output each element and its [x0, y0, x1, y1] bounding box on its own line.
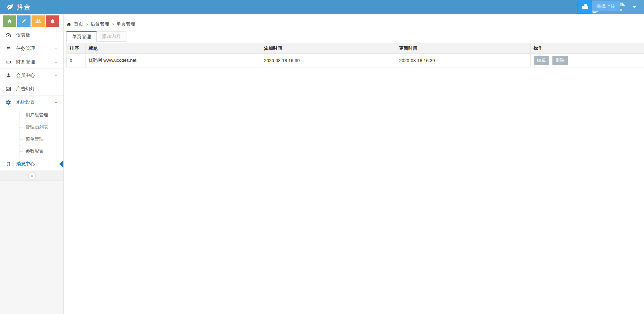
sidebar: 仪表板 任务管理 财务管理 会员中心 — [0, 14, 64, 314]
tab-single-page-management[interactable]: 单页管理 — [66, 31, 97, 42]
sidebar-subitem-label: 用户组管理 — [25, 112, 48, 118]
drag-upload-label[interactable]: 拖拽上传 — [592, 1, 620, 11]
column-header-title: 标题 — [86, 43, 261, 54]
tab-bar: 单页管理 添加内容 — [66, 31, 644, 42]
sidebar-shortcuts — [0, 14, 63, 29]
breadcrumb-separator: > — [112, 22, 114, 27]
image-icon — [5, 86, 12, 92]
sidebar-item-finance[interactable]: 财务管理 — [0, 55, 63, 69]
cell-created-at: 2020-08-18 16:39 — [261, 54, 396, 67]
sidebar-collapse-band: « — [0, 171, 63, 181]
table-row: 0 优码网 www.ucodes.net 2020-08-18 16:39 20… — [67, 54, 644, 67]
users-icon — [35, 18, 41, 24]
delete-button[interactable]: 删除 — [552, 56, 568, 65]
sidebar-item-ad-slides[interactable]: 广告幻灯 — [0, 82, 63, 96]
sidebar-item-system-settings[interactable]: 系统设置 — [0, 96, 63, 109]
chevron-down-icon — [54, 73, 58, 77]
sidebar-item-dashboard[interactable]: 仪表板 — [0, 29, 63, 42]
drive-icon — [5, 59, 12, 65]
breadcrumb-separator: > — [86, 22, 88, 27]
home-icon — [66, 22, 71, 27]
top-header-bar: 抖金 欢迎光临, admin — [0, 0, 644, 14]
leaf-icon — [7, 3, 14, 11]
table-header-row: 排序 标题 添加时间 更新时间 操作 — [67, 43, 644, 54]
chevron-down-icon — [54, 47, 58, 51]
sidebar-collapse-button[interactable]: « — [28, 172, 36, 179]
breadcrumb-item-current: 单页管理 — [116, 21, 135, 27]
cell-actions: 编辑 删除 — [531, 54, 644, 67]
sidebar-item-tasks[interactable]: 任务管理 — [0, 42, 63, 55]
sidebar-subitem-parameter-config[interactable]: 参数配置 — [0, 145, 63, 157]
cell-title: 优码网 www.ucodes.net — [86, 54, 261, 67]
sidebar-item-label: 任务管理 — [16, 46, 35, 52]
sidebar-filler — [0, 181, 63, 314]
column-header-updated-at: 更新时间 — [396, 43, 531, 54]
share-cloud-icon[interactable] — [578, 0, 592, 13]
sidebar-subitem-label: 管理员列表 — [25, 124, 48, 130]
caret-down-icon — [632, 6, 636, 8]
chevron-down-icon — [54, 100, 58, 104]
column-header-actions: 操作 — [531, 43, 644, 54]
gauge-icon — [5, 32, 12, 38]
selected-indicator-triangle — [59, 160, 63, 168]
edit-shortcut-button[interactable] — [17, 15, 31, 27]
sidebar-item-label: 消息中心 — [16, 161, 35, 167]
sidebar-menu: 仪表板 任务管理 财务管理 会员中心 — [0, 29, 63, 171]
breadcrumb-item-backend[interactable]: 后台管理 — [91, 21, 109, 27]
users-shortcut-button[interactable] — [32, 15, 45, 27]
notifications-shortcut-button[interactable] — [46, 15, 59, 27]
pencil-icon — [21, 18, 26, 24]
sidebar-item-message-center[interactable]: 消息中心 — [0, 157, 63, 171]
main-content: 首页 > 后台管理 > 单页管理 单页管理 添加内容 排序 标题 添加时间 更新… — [64, 14, 644, 314]
sidebar-subitem-menu-management[interactable]: 菜单管理 — [0, 133, 63, 145]
cell-sort: 0 — [67, 54, 86, 67]
system-settings-submenu: 用户组管理 管理员列表 菜单管理 参数配置 — [0, 109, 63, 157]
app-title: 抖金 — [17, 3, 31, 11]
flag-icon — [5, 46, 12, 51]
cell-updated-at: 2020-08-18 16:39 — [396, 54, 531, 67]
sidebar-subitem-label: 参数配置 — [25, 148, 44, 154]
edit-button[interactable]: 编辑 — [534, 56, 549, 65]
breadcrumb: 首页 > 后台管理 > 单页管理 — [66, 21, 644, 27]
single-page-table: 排序 标题 添加时间 更新时间 操作 0 优码网 www.ucodes.net … — [66, 43, 644, 67]
bell-icon — [50, 18, 55, 24]
sidebar-subitem-admin-list[interactable]: 管理员列表 — [0, 121, 63, 133]
sidebar-subitem-label: 菜单管理 — [25, 136, 44, 142]
home-icon — [7, 18, 12, 24]
chevron-down-icon — [54, 60, 58, 64]
home-shortcut-button[interactable] — [3, 15, 16, 27]
sidebar-item-label: 系统设置 — [16, 99, 35, 105]
breadcrumb-item-home[interactable]: 首页 — [74, 21, 83, 27]
column-header-sort: 排序 — [67, 43, 86, 54]
user-icon — [5, 72, 12, 78]
sidebar-item-label: 广告幻灯 — [16, 86, 35, 92]
column-header-created-at: 添加时间 — [261, 43, 396, 54]
drag-upload-widget[interactable]: 拖拽上传 — [578, 0, 620, 13]
tab-add-content[interactable]: 添加内容 — [97, 31, 126, 42]
sidebar-item-members[interactable]: 会员中心 — [0, 69, 63, 82]
bookmark-icon — [5, 161, 12, 167]
sidebar-item-label: 财务管理 — [16, 59, 35, 65]
sidebar-item-label: 会员中心 — [16, 72, 35, 78]
app-logo: 抖金 — [7, 0, 31, 14]
gear-icon — [5, 99, 12, 105]
sidebar-subitem-user-groups[interactable]: 用户组管理 — [0, 109, 63, 121]
sidebar-item-label: 仪表板 — [16, 32, 30, 38]
